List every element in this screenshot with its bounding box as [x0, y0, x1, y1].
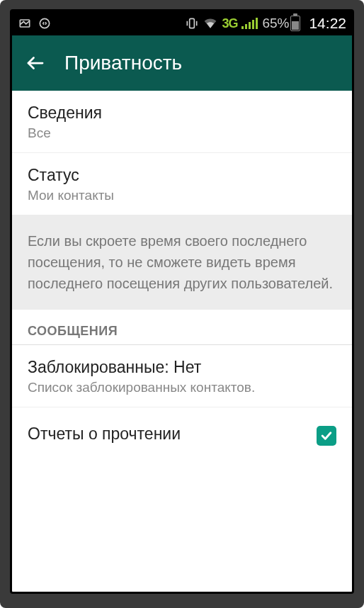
settings-list[interactable]: Сведения Все Статус Мои контакты Если вы… [12, 91, 352, 592]
battery-indicator: 65% [262, 16, 300, 31]
battery-icon [290, 16, 300, 31]
app-bar: Приватность [12, 35, 352, 91]
setting-read-receipts[interactable]: Отчеты о прочтении [12, 407, 352, 463]
status-bar: 3G 65% 14:22 [12, 11, 352, 35]
device-frame: 3G 65% 14:22 Приватность [0, 0, 364, 608]
section-header-messages: СООБЩЕНИЯ [12, 310, 352, 345]
setting-blocked-subtitle: Список заблокированных контактов. [28, 380, 336, 395]
sync-icon [38, 16, 52, 30]
status-left [18, 16, 52, 30]
read-receipts-checkbox[interactable] [317, 426, 336, 446]
setting-blocked-title: Заблокированные: Нет [28, 358, 336, 377]
setting-status-title: Статус [28, 166, 336, 185]
setting-read-receipts-title: Отчеты о прочтении [28, 424, 181, 444]
setting-status-value: Мои контакты [28, 188, 336, 203]
setting-blocked[interactable]: Заблокированные: Нет Список заблокирован… [12, 345, 352, 407]
device-screen: 3G 65% 14:22 Приватность [10, 9, 354, 594]
setting-about-value: Все [28, 125, 336, 141]
last-seen-info-text: Если вы скроете время своего последнего … [12, 215, 352, 310]
setting-about-title: Сведения [28, 103, 336, 123]
screenshot-icon [18, 16, 32, 30]
battery-percent: 65% [262, 16, 289, 31]
network-type-label: 3G [222, 16, 237, 31]
signal-icon [241, 18, 258, 29]
page-title: Приватность [64, 52, 182, 74]
status-right: 3G 65% 14:22 [185, 15, 346, 32]
wifi-icon [203, 16, 217, 30]
setting-status[interactable]: Статус Мои контакты [12, 153, 352, 215]
vibrate-icon [185, 16, 199, 30]
clock: 14:22 [309, 15, 346, 32]
svg-rect-2 [190, 18, 195, 28]
back-button[interactable] [25, 52, 46, 74]
svg-point-1 [40, 18, 49, 28]
setting-about[interactable]: Сведения Все [12, 91, 352, 153]
